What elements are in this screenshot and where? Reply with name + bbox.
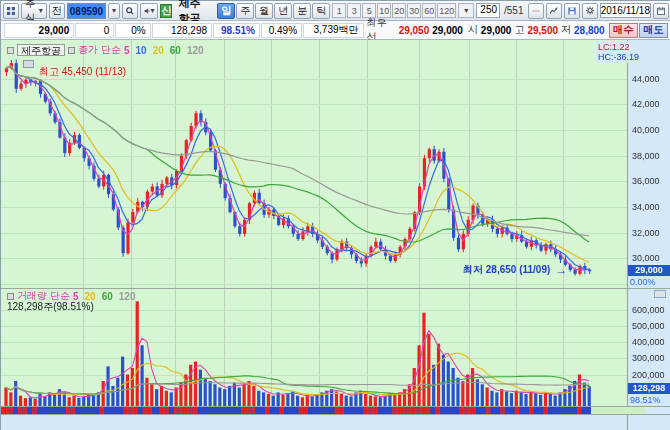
- minute-button-60[interactable]: 60: [422, 3, 436, 18]
- lc-hc-box: LC:1.22 HC:-36.19: [596, 41, 641, 63]
- gear-icon: [586, 5, 594, 16]
- period-button-년[interactable]: 년: [274, 3, 292, 19]
- settings-button[interactable]: [582, 3, 598, 19]
- minute-button-1[interactable]: 1: [332, 3, 346, 18]
- minute-button-30[interactable]: 30: [407, 3, 421, 18]
- toolbar: 주식 ▾ 전 089590 ▾ ▾ 신 제주항공 일주월년분틱 13510203…: [1, 1, 670, 21]
- price-legend-method: 단순: [101, 43, 121, 57]
- price-tick-34000: 34,000: [632, 202, 669, 212]
- chevron-down-icon: ▾: [464, 6, 468, 15]
- bar-count-input[interactable]: 250: [476, 3, 500, 18]
- period-button-일[interactable]: 일: [217, 3, 235, 19]
- legend-toggle-icon[interactable]: [68, 47, 75, 54]
- buy-button[interactable]: 매수: [609, 23, 638, 38]
- price-tick-42000: 42,000: [632, 99, 669, 109]
- price-legend: 제주항공 종가 단순 5102060120: [7, 43, 204, 57]
- minute-button-3[interactable]: 3: [347, 3, 361, 18]
- calendar-icon: [657, 6, 665, 16]
- volume-tick-200000: 200,000: [632, 370, 669, 380]
- legend-toggle-icon[interactable]: [7, 47, 14, 54]
- volume-tick-600000: 600,000: [632, 305, 669, 315]
- bar-total-label: /551: [502, 5, 525, 16]
- chevron-down-icon: ▾: [39, 6, 43, 15]
- current-price: 29,000: [4, 23, 74, 38]
- period-button-group: 일주월년분틱: [217, 3, 330, 19]
- stock-chart-window: 주식 ▾ 전 089590 ▾ ▾ 신 제주항공 일주월년분틱 13510203…: [0, 0, 670, 430]
- stock-code-input[interactable]: 089590: [67, 3, 106, 19]
- chevron-down-icon: ▾: [150, 6, 154, 15]
- pane-splitter-handle[interactable]: [654, 290, 666, 298]
- ma-period-label-10: 10: [136, 45, 147, 56]
- current-price-marker: 29,000: [628, 265, 670, 276]
- legend-stock-name: 제주항공: [17, 44, 65, 56]
- price-volume-chart-canvas[interactable]: [1, 40, 670, 430]
- new-listing-badge: 신: [160, 4, 172, 18]
- ma-period-label-120: 120: [119, 291, 136, 302]
- current-volume-marker: 128,298: [628, 383, 670, 394]
- current-price-pct: 0.00%: [630, 277, 670, 287]
- sell-button[interactable]: 매도: [639, 23, 668, 38]
- asset-type-select[interactable]: 주식 ▾: [21, 3, 47, 19]
- low-annotation: 최저 28,650 (11/09) →: [463, 263, 567, 277]
- volume-value: 128,298: [152, 23, 212, 38]
- extra-period-select[interactable]: ▾: [458, 3, 474, 18]
- save-button[interactable]: [564, 3, 580, 19]
- price-tick-30000: 30,000: [632, 253, 669, 263]
- volume-ratio: 98.51%: [213, 23, 260, 38]
- ma-period-label-60: 60: [170, 45, 181, 56]
- hc-value: HC:-36.19: [598, 52, 639, 62]
- price-tick-40000: 40,000: [632, 125, 669, 135]
- volume-tick-400000: 400,000: [632, 337, 669, 347]
- open-label: 시: [466, 23, 480, 37]
- price-change: 0: [75, 23, 114, 38]
- open-price: 29,000: [481, 25, 512, 36]
- period-button-월[interactable]: 월: [255, 3, 273, 19]
- lc-value: LC:1.22: [598, 42, 639, 52]
- current-volume-pct: 98.51%: [630, 395, 670, 405]
- compare-button[interactable]: [528, 3, 544, 19]
- sound-button[interactable]: ▾: [140, 3, 158, 19]
- search-icon: [126, 6, 134, 16]
- high-annotation: 최고 45,450 (11/13): [39, 65, 126, 79]
- code-dropdown-button[interactable]: ▾: [108, 3, 120, 19]
- chart-date-input[interactable]: 2016/11/18: [600, 3, 651, 18]
- window-grid-icon[interactable]: [3, 3, 19, 19]
- best-bid: 29,000: [430, 25, 465, 36]
- quote-info-row: 29,000 0 0% 128,298 98.51% 0.49% 3,739백만…: [1, 21, 670, 40]
- volume-tick-500000: 500,000: [632, 321, 669, 331]
- price-legend-type: 종가: [78, 43, 98, 57]
- chart-line-icon: [550, 6, 558, 16]
- ma-period-label-5: 5: [124, 45, 130, 56]
- trade-amount: 3,739백만: [303, 23, 363, 38]
- low-annotation-text: 최저 28,650 (11/09): [463, 263, 550, 277]
- period-button-분[interactable]: 분: [293, 3, 311, 19]
- minute-button-120[interactable]: 120: [437, 3, 456, 18]
- ma-period-label-60: 60: [102, 291, 113, 302]
- volume-value-line: 128,298주(98.51%): [7, 300, 94, 314]
- chart-tool-button[interactable]: [546, 3, 562, 19]
- drag-handle-icon[interactable]: [23, 60, 34, 68]
- best-ask: 29,050: [399, 25, 430, 36]
- prev-stock-button[interactable]: 전: [49, 3, 65, 19]
- price-tick-32000: 32,000: [632, 228, 669, 238]
- chevron-down-icon: ▾: [112, 6, 116, 15]
- price-tick-38000: 38,000: [632, 151, 669, 161]
- high-price: 29,500: [527, 25, 558, 36]
- ma-period-label-20: 20: [153, 45, 164, 56]
- period-button-틱[interactable]: 틱: [312, 3, 330, 19]
- save-icon: [568, 6, 576, 16]
- dots-icon: [532, 6, 540, 16]
- chart-area: 제주항공 종가 단순 5102060120 최고 45,450 (11/13) …: [1, 40, 670, 430]
- volume-tick-300000: 300,000: [632, 353, 669, 363]
- calendar-button[interactable]: [653, 3, 669, 19]
- arrow-right-icon: →: [555, 263, 567, 277]
- price-change-pct: 0%: [115, 23, 150, 38]
- turnover-pct: 0.49%: [261, 23, 302, 38]
- low-price: 28,800: [574, 25, 605, 36]
- legend-toggle-icon[interactable]: [7, 293, 14, 300]
- high-label: 고: [512, 23, 526, 37]
- search-button[interactable]: [122, 3, 138, 19]
- period-button-주[interactable]: 주: [236, 3, 254, 19]
- low-label: 저: [559, 23, 573, 37]
- price-ma-period-list: 5102060120: [124, 45, 204, 56]
